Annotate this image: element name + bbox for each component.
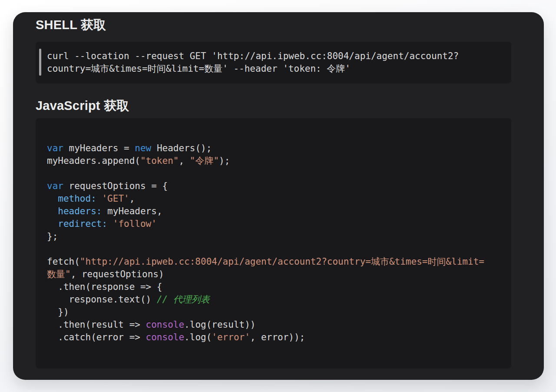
javascript-code: var myHeaders = new Headers(); myHeaders… [47, 142, 500, 344]
code-token-plain: }; [47, 231, 58, 242]
code-token-plain: .log(result)) [184, 319, 255, 330]
code-token-fn: console [146, 319, 185, 330]
code-token-plain: .catch(error => [47, 332, 146, 342]
code-token-plain: Headers(); [151, 143, 212, 153]
docs-panel: SHELL 获取 curl --location --request GET '… [13, 12, 544, 380]
code-token-fn: console [146, 332, 185, 342]
code-token-str: 'follow' [113, 219, 157, 229]
code-token-str: 数量" [47, 269, 71, 279]
shell-code-block: curl --location --request GET 'http://ap… [36, 42, 511, 83]
code-token-plain: , requestOptions) [71, 269, 164, 279]
code-token-plain [47, 206, 58, 216]
code-token-kw: var [47, 143, 63, 153]
code-block-left-bar [39, 49, 41, 76]
code-token-plain [107, 219, 113, 229]
code-token-plain: .then(result => [47, 319, 146, 330]
code-token-plain: country=城市&times=时间&limit=数量' --header '… [47, 63, 351, 74]
code-token-plain: myHeaders = [63, 143, 135, 153]
code-token-prop: headers: [58, 206, 102, 216]
code-token-str: 'GET' [102, 193, 129, 204]
section-heading-javascript: JavaScript 获取 [36, 98, 129, 113]
code-token-plain: }) [47, 307, 69, 317]
code-token-plain: myHeaders, [102, 206, 162, 216]
code-token-plain: curl --location --request GET 'http://ap… [47, 51, 459, 61]
code-token-plain: .log( [184, 332, 212, 342]
code-token-comment: // 代理列表 [157, 294, 210, 305]
code-token-plain: ); [219, 156, 230, 166]
code-token-kw: var [47, 181, 63, 191]
code-token-plain [96, 193, 102, 204]
section-heading-shell: SHELL 获取 [36, 17, 106, 32]
code-token-str: "令牌" [190, 156, 219, 166]
javascript-code-block: var myHeaders = new Headers(); myHeaders… [36, 118, 511, 369]
code-token-str: "http://api.ipweb.cc:8004/api/agent/acco… [80, 256, 484, 267]
code-token-plain: , error)); [250, 332, 305, 342]
code-token-plain: requestOptions = { [63, 181, 168, 191]
code-token-plain [47, 219, 58, 229]
code-token-prop: method: [58, 193, 96, 204]
code-token-plain [47, 193, 58, 204]
code-token-str: 'error' [212, 332, 250, 342]
code-token-plain: myHeaders.append( [47, 156, 140, 166]
code-token-plain: .then(response => { [47, 282, 162, 292]
code-token-str: "token" [140, 156, 179, 166]
code-token-kw: new [135, 143, 151, 153]
code-token-prop: redirect: [58, 219, 107, 229]
code-token-plain: response.text() [47, 294, 157, 305]
shell-code: curl --location --request GET 'http://ap… [47, 50, 500, 75]
code-token-plain: , [179, 156, 189, 166]
code-token-plain: , [129, 193, 135, 204]
code-token-plain: fetch( [47, 256, 80, 267]
